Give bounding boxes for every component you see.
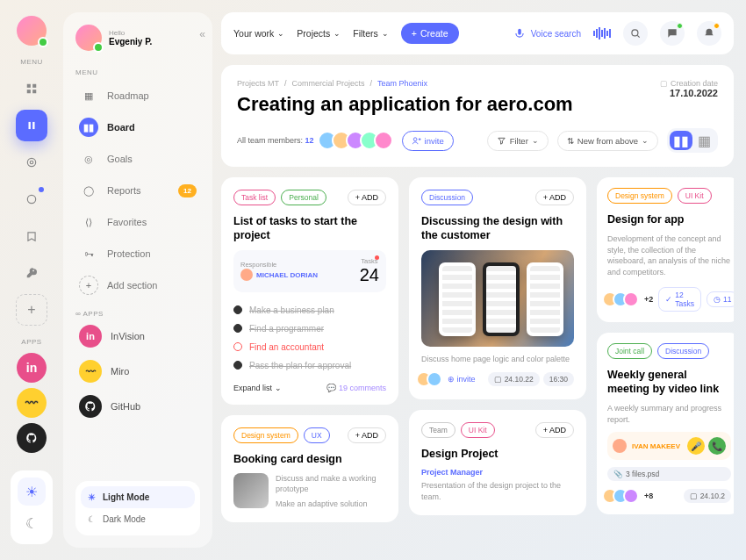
reports-icon[interactable] xyxy=(16,183,47,215)
board-icon[interactable] xyxy=(16,110,47,141)
todo-item[interactable]: Find an accountant xyxy=(233,338,386,356)
card-title: Design for app xyxy=(607,212,731,226)
dark-mode-icon[interactable]: ☾ xyxy=(18,509,46,537)
sidebar: HelloEvgeniy P. « MENU ▦Roadmap ▮▮Board … xyxy=(63,12,212,548)
goals-icon[interactable] xyxy=(16,147,47,178)
member-avatars[interactable] xyxy=(421,371,442,387)
tag: Design system xyxy=(607,188,672,204)
sidebar-item-label: Reports xyxy=(107,185,141,196)
dark-mode-button[interactable]: ☾Dark Mode xyxy=(81,508,195,530)
theme-label: Dark Mode xyxy=(103,514,146,524)
svg-point-6 xyxy=(27,158,35,166)
mic-icon[interactable]: 🎤 xyxy=(687,437,705,455)
create-button[interactable]: + Create xyxy=(401,23,459,44)
comments-count[interactable]: 💬 19 comments xyxy=(326,384,386,392)
sidebar-app-miro[interactable]: 〰Miro xyxy=(75,356,200,386)
app-invision-icon[interactable]: in xyxy=(17,353,47,383)
bell-icon[interactable] xyxy=(697,21,721,46)
time-chip: ◷ 11 xyxy=(707,291,734,307)
invite-button[interactable]: invite xyxy=(402,131,454,151)
card-desc: Discuss home page logic and color palett… xyxy=(421,354,574,365)
avatar[interactable] xyxy=(75,25,102,51)
filter-button[interactable]: Filter⌄ xyxy=(487,131,549,151)
app-github-icon[interactable] xyxy=(17,423,47,453)
card-title: Discussing the design with the customer xyxy=(421,214,574,243)
owner-name: IVAN MAKEEV xyxy=(632,442,680,450)
favorites-icon[interactable] xyxy=(16,220,47,252)
card-design-project[interactable]: Team UI Kit + ADD Design Project Project… xyxy=(409,410,586,514)
light-mode-icon[interactable]: ☀ xyxy=(18,477,46,506)
light-mode-button[interactable]: ☀Light Mode xyxy=(81,486,195,508)
todo-item[interactable]: Find a programmer xyxy=(233,319,386,338)
protection-icon[interactable] xyxy=(16,257,47,289)
new-from-button[interactable]: ⇅ New from above⌄ xyxy=(557,131,658,151)
more-count: +8 xyxy=(644,492,653,500)
card-desc: Development of the concept and style, th… xyxy=(607,233,731,277)
collapse-icon[interactable]: « xyxy=(199,28,205,40)
tasks-chip: ✓ 12 Tasks xyxy=(658,287,701,312)
card-tasklist[interactable]: Task list Personal + ADD List of tasks t… xyxy=(221,177,398,405)
card-design-app[interactable]: Design system UI Kit Design for app Deve… xyxy=(597,177,734,322)
tag: UI Kit xyxy=(678,188,712,204)
svg-rect-0 xyxy=(27,84,31,88)
voice-search[interactable]: Voice search xyxy=(513,27,581,39)
sidebar-item-goals[interactable]: ◎Goals xyxy=(75,143,200,175)
reports-badge: 12 xyxy=(178,184,197,197)
app-miro-icon[interactable]: 〰 xyxy=(17,388,47,418)
your-work-menu[interactable]: Your work⌄ xyxy=(233,28,284,39)
card-booking[interactable]: Design system UX + ADD Booking card desi… xyxy=(221,415,398,522)
more-count: +2 xyxy=(644,295,653,304)
roadmap-icon[interactable] xyxy=(16,73,47,104)
avatar[interactable] xyxy=(17,16,47,46)
add-section-icon[interactable]: + xyxy=(16,294,47,326)
theme-switch: ☀Light Mode ☾Dark Mode xyxy=(75,481,200,535)
todo-item[interactable]: Make a business plan xyxy=(233,301,386,319)
card-title: Booking card design xyxy=(233,452,386,466)
chat-icon[interactable] xyxy=(660,21,685,46)
apps-label: APPS xyxy=(21,338,41,346)
tasks-count: 24 xyxy=(360,265,379,285)
member-avatars[interactable] xyxy=(607,488,639,504)
projects-menu[interactable]: Projects⌄ xyxy=(297,28,341,39)
grid-view-icon[interactable]: ▦ xyxy=(692,131,715,150)
sidebar-item-add-section[interactable]: +Add section xyxy=(75,269,200,301)
card-title: Weekly general meeting by video link xyxy=(607,368,731,397)
sidebar-item-protection[interactable]: 🗝Protection xyxy=(75,238,200,269)
card-desc: A weekly summary and progress report. xyxy=(607,403,731,425)
tag: Joint call xyxy=(607,343,652,359)
creation-date: ▢ Creation date17.10.2022 xyxy=(660,79,718,98)
card-desc: Presentation of the design project to th… xyxy=(421,480,574,502)
theme-switch-rail: ☀ ☾ xyxy=(11,470,53,544)
card-meeting[interactable]: Joint call Discussion Weekly general mee… xyxy=(597,333,734,515)
card-discussion[interactable]: Discussion + ADD Discussing the design w… xyxy=(409,177,586,399)
member-avatars[interactable] xyxy=(607,291,639,307)
sidebar-item-label: Miro xyxy=(111,366,129,377)
owner-avatar xyxy=(613,439,627,453)
sidebar-item-favorites[interactable]: ⟨⟩Favorites xyxy=(75,206,200,238)
search-icon[interactable] xyxy=(623,21,648,46)
sidebar-item-reports[interactable]: ◯Reports12 xyxy=(75,175,200,206)
svg-rect-2 xyxy=(27,90,31,93)
icon-rail: MENU + APPS in 〰 ☀ ☾ xyxy=(0,0,63,560)
view-switch: ▮▮ ▦ xyxy=(667,128,718,153)
sidebar-app-github[interactable]: GitHub xyxy=(75,391,200,421)
add-button[interactable]: + ADD xyxy=(535,422,574,438)
expand-list[interactable]: Expand list ⌄ xyxy=(233,384,282,392)
add-button[interactable]: + ADD xyxy=(348,427,386,443)
svg-point-9 xyxy=(632,30,638,36)
breadcrumb[interactable]: Projects MT/Commercial Projects/Team Pho… xyxy=(237,79,573,88)
sidebar-app-invision[interactable]: inInVision xyxy=(75,321,200,351)
sidebar-item-roadmap[interactable]: ▦Roadmap xyxy=(75,80,200,111)
resp-name[interactable]: MICHAEL DORIAN xyxy=(240,269,318,281)
column-view-icon[interactable]: ▮▮ xyxy=(670,131,692,150)
svg-rect-5 xyxy=(32,122,34,129)
todo-item[interactable]: Pass the plan for approval xyxy=(233,356,386,375)
filters-menu[interactable]: Filters⌄ xyxy=(353,28,389,39)
files-chip[interactable]: 📎 3 files.psd xyxy=(607,467,731,481)
add-button[interactable]: + ADD xyxy=(348,190,386,205)
add-button[interactable]: + ADD xyxy=(535,190,574,205)
sidebar-item-board[interactable]: ▮▮Board xyxy=(75,111,200,143)
invite-link[interactable]: ⊕ invite xyxy=(448,375,476,384)
call-icon[interactable]: 📞 xyxy=(708,437,726,455)
member-avatars[interactable] xyxy=(323,131,393,150)
